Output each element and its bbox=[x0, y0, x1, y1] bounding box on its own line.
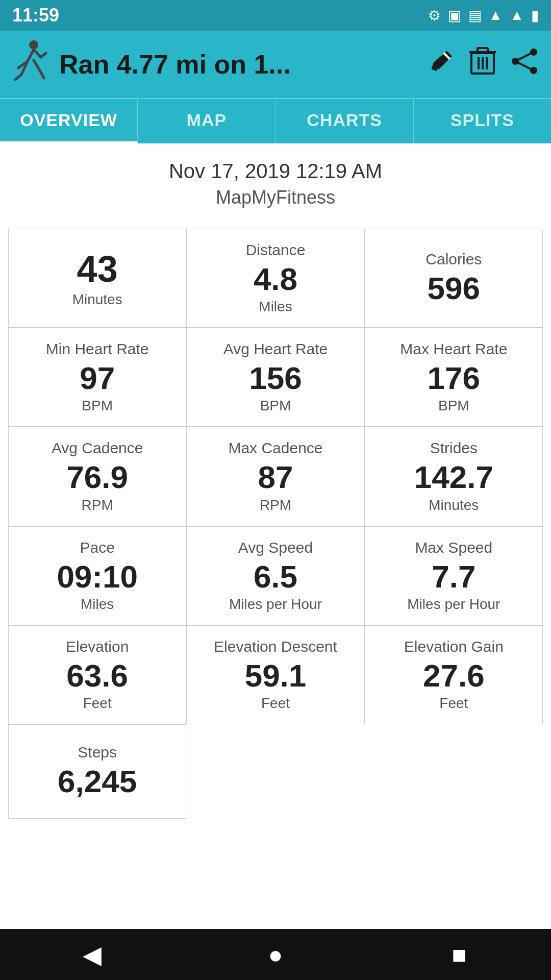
svg-line-18 bbox=[515, 52, 534, 61]
svg-point-0 bbox=[29, 40, 38, 50]
stat-card-elevation-gain: Elevation Gain 27.6 Feet bbox=[365, 625, 543, 724]
header-title: Ran 4.77 mi on 1... bbox=[59, 49, 418, 80]
stat-card-max-hr: Max Heart Rate 176 BPM bbox=[365, 328, 543, 427]
workout-date: Nov 17, 2019 12:19 AM bbox=[0, 143, 551, 187]
stat-value-duration: 43 bbox=[77, 249, 118, 289]
delete-button[interactable] bbox=[469, 47, 496, 82]
stat-card-max-cadence: Max Cadence 87 RPM bbox=[186, 427, 364, 526]
stat-unit-elevation: Feet bbox=[83, 695, 112, 712]
gear-icon: ⚙ bbox=[428, 7, 441, 24]
workout-source: MapMyFitness bbox=[0, 187, 551, 229]
stat-label-distance: Distance bbox=[246, 241, 306, 259]
stat-card-avg-speed: Avg Speed 6.5 Miles per Hour bbox=[186, 526, 364, 625]
header: Ran 4.77 mi on 1... bbox=[0, 31, 551, 98]
stat-value-avg-speed: 6.5 bbox=[254, 559, 297, 594]
stat-unit-duration: Minutes bbox=[72, 291, 122, 308]
stat-value-calories: 596 bbox=[428, 271, 480, 306]
stat-label-pace: Pace bbox=[80, 539, 114, 556]
stat-label-min-hr: Min Heart Rate bbox=[46, 340, 149, 358]
stat-label-avg-cadence: Avg Cadence bbox=[52, 439, 143, 457]
runner-icon bbox=[12, 40, 49, 89]
stat-value-max-cadence: 87 bbox=[258, 460, 293, 495]
stat-label-max-cadence: Max Cadence bbox=[228, 439, 322, 457]
stat-unit-avg-cadence: RPM bbox=[82, 497, 113, 513]
screenshot-icon: ▣ bbox=[448, 7, 461, 24]
stat-card-avg-hr: Avg Heart Rate 156 BPM bbox=[186, 328, 364, 427]
bottom-nav: ◀ ● ■ bbox=[0, 929, 551, 980]
stat-card-calories: Calories 596 bbox=[365, 229, 543, 328]
stats-grid: 43 Minutes Distance 4.8 Miles Calories 5… bbox=[0, 229, 551, 819]
stat-label-elevation-descent: Elevation Descent bbox=[214, 638, 337, 655]
stat-unit-distance: Miles bbox=[259, 299, 292, 315]
stat-label-max-hr: Max Heart Rate bbox=[400, 340, 507, 358]
back-button[interactable]: ◀ bbox=[71, 934, 112, 975]
share-button[interactable] bbox=[510, 48, 539, 81]
stat-value-steps: 6,245 bbox=[58, 764, 137, 799]
stat-label-avg-hr: Avg Heart Rate bbox=[223, 340, 328, 358]
stat-label-elevation: Elevation bbox=[66, 638, 129, 655]
stat-card-empty-2 bbox=[365, 724, 543, 819]
tab-charts[interactable]: CHARTS bbox=[276, 99, 414, 143]
stat-card-distance: Distance 4.8 Miles bbox=[186, 229, 364, 328]
svg-line-8 bbox=[40, 70, 44, 78]
header-actions bbox=[429, 47, 539, 82]
stat-unit-max-cadence: RPM bbox=[260, 497, 291, 513]
stat-value-strides: 142.7 bbox=[414, 460, 493, 495]
edit-button[interactable] bbox=[429, 48, 455, 81]
stat-card-steps: Steps 6,245 bbox=[8, 724, 186, 819]
stat-label-calories: Calories bbox=[425, 251, 482, 268]
status-time: 11:59 bbox=[12, 5, 59, 26]
stat-card-elevation-descent: Elevation Descent 59.1 Feet bbox=[186, 625, 364, 724]
stat-value-pace: 09:10 bbox=[57, 559, 138, 594]
wifi-icon: ▲ bbox=[489, 7, 503, 23]
stat-value-elevation-gain: 27.6 bbox=[423, 658, 485, 693]
stat-unit-avg-speed: Miles per Hour bbox=[229, 596, 322, 612]
stat-unit-max-hr: BPM bbox=[438, 398, 469, 414]
stat-value-elevation-descent: 59.1 bbox=[245, 658, 307, 693]
stat-card-pace: Pace 09:10 Miles bbox=[8, 526, 186, 625]
stat-value-avg-hr: 156 bbox=[249, 361, 302, 396]
stat-label-strides: Strides bbox=[430, 439, 478, 457]
stat-label-max-speed: Max Speed bbox=[415, 539, 492, 556]
stat-unit-min-hr: BPM bbox=[82, 398, 113, 414]
status-icons: ⚙ ▣ ▤ ▲ ▲ ▮ bbox=[428, 7, 539, 24]
tabs: OVERVIEW MAP CHARTS SPLITS bbox=[0, 98, 551, 143]
stat-label-elevation-gain: Elevation Gain bbox=[404, 638, 504, 655]
signal-icon: ▲ bbox=[510, 7, 524, 23]
stat-label-steps: Steps bbox=[78, 744, 117, 761]
stat-value-distance: 4.8 bbox=[254, 262, 297, 297]
stat-card-duration: 43 Minutes bbox=[8, 229, 186, 328]
stat-card-min-hr: Min Heart Rate 97 BPM bbox=[8, 328, 186, 427]
card-icon: ▤ bbox=[468, 7, 482, 24]
svg-line-6 bbox=[41, 53, 46, 57]
stat-card-empty-1 bbox=[186, 724, 364, 819]
stat-value-min-hr: 97 bbox=[80, 361, 115, 396]
svg-line-5 bbox=[34, 50, 41, 57]
tab-map[interactable]: MAP bbox=[138, 99, 276, 143]
stat-unit-elevation-gain: Feet bbox=[439, 695, 468, 712]
stat-label-avg-speed: Avg Speed bbox=[238, 539, 313, 556]
battery-icon: ▮ bbox=[531, 7, 539, 24]
recent-button[interactable]: ■ bbox=[439, 934, 480, 975]
stat-unit-pace: Miles bbox=[81, 596, 114, 612]
status-bar: 11:59 ⚙ ▣ ▤ ▲ ▲ ▮ bbox=[0, 0, 551, 31]
stat-unit-avg-hr: BPM bbox=[260, 398, 291, 414]
stat-card-elevation: Elevation 63.6 Feet bbox=[8, 625, 186, 724]
stat-value-max-hr: 176 bbox=[428, 361, 480, 396]
stat-unit-elevation-descent: Feet bbox=[261, 695, 290, 712]
stat-value-avg-cadence: 76.9 bbox=[66, 460, 128, 495]
stat-card-avg-cadence: Avg Cadence 76.9 RPM bbox=[8, 427, 186, 526]
stat-card-max-speed: Max Speed 7.7 Miles per Hour bbox=[365, 526, 543, 625]
home-button[interactable]: ● bbox=[255, 934, 296, 975]
tab-overview[interactable]: OVERVIEW bbox=[0, 99, 138, 143]
stat-unit-strides: Minutes bbox=[429, 497, 479, 513]
content: Nov 17, 2019 12:19 AM MapMyFitness 43 Mi… bbox=[0, 143, 551, 929]
svg-line-7 bbox=[34, 60, 40, 70]
svg-line-19 bbox=[515, 61, 534, 70]
tab-splits[interactable]: SPLITS bbox=[414, 99, 551, 143]
stat-value-elevation: 63.6 bbox=[66, 658, 128, 693]
stat-card-strides: Strides 142.7 Minutes bbox=[365, 427, 543, 526]
svg-line-4 bbox=[15, 75, 21, 80]
stat-unit-max-speed: Miles per Hour bbox=[407, 596, 500, 612]
stat-value-max-speed: 7.7 bbox=[432, 559, 475, 594]
